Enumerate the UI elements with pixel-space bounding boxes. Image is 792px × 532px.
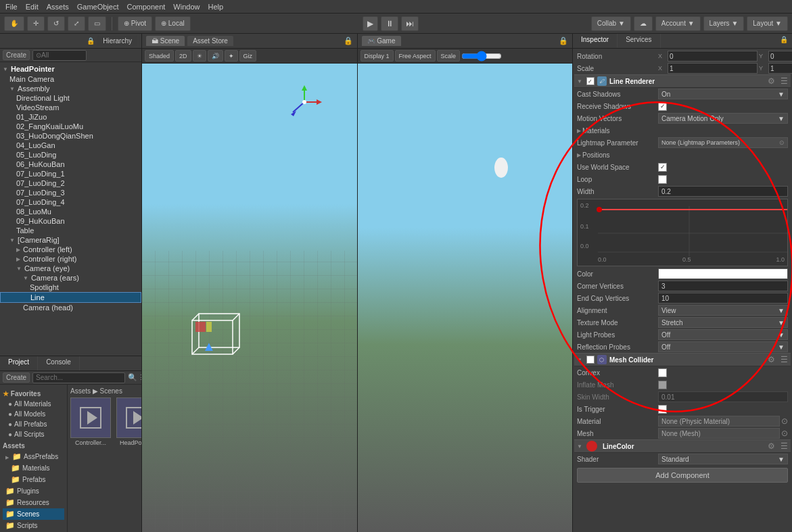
scale-button[interactable]: Scale [437,50,461,62]
project-all-scripts[interactable]: ● All Scripts [3,429,64,439]
list-item[interactable]: 02_FangKuaiLuoMu [0,122,141,131]
list-item[interactable]: Table [0,226,141,235]
asset-store-tab[interactable]: Asset Store [187,36,233,46]
mc-material-circle[interactable]: ⊙ [781,416,788,426]
play-button[interactable]: ▶ [363,16,378,31]
local-button[interactable]: ⊕ Local [155,16,191,31]
mesh-collider-header[interactable]: ⬡ Mesh Collider ⚙ ☰ [574,353,791,366]
list-item[interactable]: 07_LuoDing_3 [0,188,141,197]
pause-button[interactable]: ⏸ [381,16,398,31]
list-item[interactable]: 05_LuoDing [0,150,141,160]
project-search-input[interactable] [32,372,125,383]
project-assprefabs[interactable]: 📁 AssPrefabs [3,451,64,462]
loop-checkbox[interactable] [658,175,667,184]
corner-vertices-input[interactable] [658,281,788,291]
list-item[interactable]: Main Camera [0,74,141,84]
project-materials-folder[interactable]: 📁 Materials [3,462,64,474]
list-item[interactable]: Controller (right) [0,254,141,264]
project-all-prefabs[interactable]: ● All Prefabs [3,419,64,429]
light-probes-dropdown[interactable]: Off ▼ [658,329,788,340]
scene-tab[interactable]: 🏔 Scene [146,36,185,46]
linecolor-header[interactable]: LineColor ⚙ ☰ [574,439,791,453]
filter-icon[interactable]: ☰ [140,373,141,382]
shaded-button[interactable]: Shaded [145,50,174,62]
mc-material-field[interactable]: None (Physic Material) [658,416,780,427]
hierarchy-lock-icon[interactable]: 🔒 [87,37,95,45]
receive-shadows-checkbox[interactable] [658,102,667,111]
step-button[interactable]: ⏭ [401,16,419,31]
list-item[interactable]: Directional Light [0,93,141,103]
collab-button[interactable]: Collab ▼ [591,16,631,31]
mc-mesh-field[interactable]: None (Mesh) [658,428,780,439]
list-item[interactable]: 03_HuoDongQianShen [0,131,141,141]
use-world-space-checkbox[interactable] [658,163,667,172]
project-scripts[interactable]: 📁 Scripts [3,520,64,531]
mc-mesh-circle[interactable]: ⊙ [781,429,788,438]
convex-checkbox[interactable] [658,368,667,377]
scale-tool[interactable]: ⤢ [68,16,85,31]
scene-3d-viewport[interactable]: ▲ [142,64,357,532]
texture-mode-dropdown[interactable]: Stretch ▼ [658,317,788,328]
hierarchy-create-button[interactable]: Create [3,50,30,60]
rotation-x-input[interactable] [668,51,758,62]
lr-settings-icon[interactable]: ⚙ [768,76,775,86]
light-toggle[interactable]: ☀ [193,50,206,62]
hand-tool[interactable]: ✋ [4,16,24,31]
list-item[interactable]: 04_LuoGan [0,141,141,150]
inflate-mesh-checkbox[interactable] [658,381,667,389]
list-item[interactable]: Assembly [0,84,141,93]
game-tab[interactable]: 🎮 Game [362,36,401,46]
skin-width-input[interactable] [658,391,788,402]
list-item-line[interactable]: Line [0,292,141,303]
mc-settings-icon[interactable]: ⚙ [768,355,775,364]
list-item[interactable]: Controller (left) [0,245,141,254]
display-button[interactable]: Display 1 [360,50,394,62]
gizmos-button[interactable]: Giz [239,50,257,62]
materials-expand[interactable] [577,127,581,134]
hierarchy-search-input[interactable] [32,50,87,61]
project-resources[interactable]: 📁 Resources [3,497,64,508]
list-item[interactable]: 01_JiZuo [0,112,141,122]
menu-file[interactable]: File [5,3,18,11]
hierarchy-root[interactable]: HeadPointer [0,64,141,74]
mc-menu-icon[interactable]: ☰ [781,355,788,364]
list-item[interactable]: 07_LuoDing_4 [0,197,141,207]
project-create-button[interactable]: Create [3,372,30,383]
list-item[interactable]: 07_LuoDing_2 [0,178,141,188]
project-prefabs[interactable]: 📁 Prefabs [3,474,64,485]
list-item[interactable]: Camera (ears) [0,273,141,283]
list-item[interactable]: Spotlight [0,283,141,292]
list-item[interactable]: 08_LuoMu [0,207,141,216]
list-item[interactable]: Camera (head) [0,303,141,312]
scale-slider[interactable] [461,53,502,59]
game-lock-icon[interactable]: 🔒 [559,37,568,45]
layout-button[interactable]: Layout ▼ [747,16,788,31]
inspector-lock-icon[interactable]: 🔒 [776,34,792,48]
account-button[interactable]: Account ▼ [655,16,701,31]
scale-x-input[interactable] [668,63,758,74]
menu-component[interactable]: Component [126,3,165,11]
lr-enabled-checkbox[interactable] [586,77,595,85]
shader-dropdown[interactable]: Standard ▼ [658,454,788,464]
motion-vectors-dropdown[interactable]: Camera Motion Only ▼ [658,113,788,124]
audio-toggle[interactable]: 🔊 [208,50,223,62]
menu-assets[interactable]: Assets [47,3,69,11]
cloud-button[interactable]: ☁ [634,16,653,31]
aspect-button[interactable]: Free Aspect [395,50,436,62]
width-curve-graph[interactable]: 0.2 0.1 0.0 0.0 0.5 1.0 [577,199,788,266]
search-icon[interactable]: 🔍 [128,373,137,382]
list-item[interactable]: Camera (eye) [0,264,141,273]
fx-toggle[interactable]: ✦ [225,50,238,62]
project-plugins[interactable]: 📁 Plugins [3,485,64,497]
list-item[interactable]: 07_LuoDing_1 [0,169,141,178]
lc-menu-icon[interactable]: ☰ [781,441,788,451]
lc-settings-icon[interactable]: ⚙ [768,441,775,451]
game-3d-viewport[interactable] [358,64,573,532]
width-input[interactable] [658,186,788,197]
menu-edit[interactable]: Edit [26,3,39,11]
rect-tool[interactable]: ▭ [88,16,106,31]
rotate-tool[interactable]: ↺ [47,16,65,31]
console-tab[interactable]: Console [38,356,80,370]
lightmap-param-dropdown[interactable]: None (Lightmap Parameters) ⊙ [658,137,788,148]
list-item[interactable]: 09_HuKouBan [0,216,141,226]
